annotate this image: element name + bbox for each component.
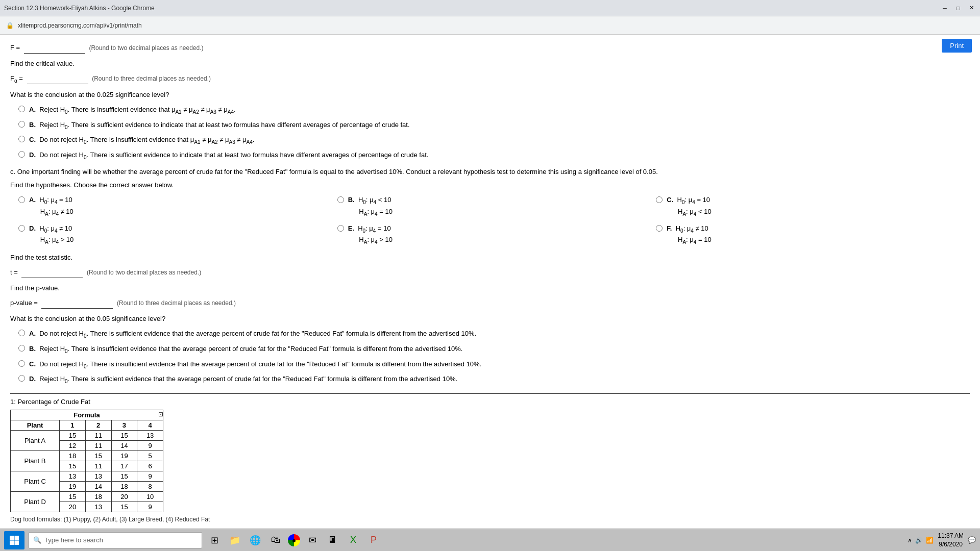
hyp-text-b: B. H0: μ4 < 10 HA: μ4 = 10	[348, 195, 393, 218]
plant-d-label: Plant D	[11, 491, 60, 512]
f-label: F =	[10, 44, 22, 52]
cell-c3-r1: 15	[111, 471, 137, 481]
hyp-radio-b[interactable]	[337, 196, 344, 203]
col-header-4: 4	[137, 420, 163, 430]
cell-d2-r1: 18	[85, 491, 111, 502]
system-tray: ∧ 🔊 📶 11:37 AM 9/6/2020 💬	[908, 532, 976, 549]
conclusion-005-option-d: D. Reject H0. There is sufficient eviden…	[18, 374, 970, 385]
cell-b4-r1: 5	[137, 450, 163, 461]
system-clock[interactable]: 11:37 AM 9/6/2020	[938, 532, 964, 549]
conclusion-005-label-d: D. Reject H0. There is sufficient eviden…	[29, 374, 457, 385]
cell-c3-r2: 18	[111, 481, 137, 491]
conclusion-025-radio-a[interactable]	[18, 106, 25, 112]
excel-button[interactable]: X	[345, 531, 361, 549]
cell-a1-r1: 15	[60, 430, 86, 440]
col-header-3: 3	[111, 420, 137, 430]
conclusion-005-question: What is the conclusion at the 0.05 signi…	[10, 314, 970, 324]
task-view-button[interactable]: ⊞	[206, 531, 223, 549]
hyp-option-e: E. H0: μ4 = 10 HA: μ4 > 10	[337, 223, 651, 246]
hyp-radio-f[interactable]	[656, 225, 663, 232]
powerpoint-button[interactable]: P	[365, 531, 382, 549]
conclusion-005-options: A. Do not reject H0. There is sufficient…	[18, 329, 970, 385]
cell-d1-r2: 20	[60, 502, 86, 512]
table-section-label: 1: Percentage of Crude Fat	[10, 398, 970, 406]
conclusion-005-radio-b[interactable]	[18, 345, 25, 352]
mail-button[interactable]: ✉	[304, 531, 321, 549]
hyp-text-e: E. H0: μ4 = 10 HA: μ4 > 10	[348, 223, 393, 246]
conclusion-025-radio-c[interactable]	[18, 136, 25, 142]
cell-a2-r1: 11	[85, 430, 111, 440]
conclusion-005-radio-a[interactable]	[18, 330, 25, 336]
window-controls[interactable]: ─ □ ✕	[940, 4, 976, 13]
conclusion-005-option-a: A. Do not reject H0. There is sufficient…	[18, 329, 970, 340]
taskbar: 🔍 Type here to search ⊞ 📁 🌐 🛍 ● ✉ 🖩 X P …	[0, 529, 980, 551]
conclusion-005-radio-c[interactable]	[18, 360, 25, 367]
table-section: 1: Percentage of Crude Fat ⊡ Formula Pla…	[10, 393, 970, 523]
maximize-button[interactable]: □	[953, 4, 963, 13]
collapse-icon[interactable]: ⊡	[158, 411, 163, 418]
close-button[interactable]: ✕	[967, 4, 976, 13]
conclusion-025-question: What is the conclusion at the 0.025 sign…	[10, 90, 970, 100]
cell-d3-r1: 20	[111, 491, 137, 502]
hyp-radio-d[interactable]	[18, 225, 25, 232]
hypothesis-options-grid: A. H0: μ4 = 10 HA: μ4 ≠ 10 B. H0: μ4 < 1…	[18, 195, 970, 246]
table-footnote: Dog food formulas: (1) Puppy, (2) Adult,…	[10, 516, 970, 523]
table-row: Plant D 15 18 20 10	[11, 491, 163, 502]
cell-a4-r2: 9	[137, 440, 163, 450]
t-label: t =	[10, 268, 19, 276]
plant-col-header: Plant	[11, 420, 60, 430]
conclusion-025-option-d: D. Do not reject H0. There is sufficient…	[18, 150, 970, 161]
minimize-button[interactable]: ─	[940, 4, 949, 13]
fa-label: Fα =	[10, 74, 25, 82]
edge-button[interactable]: 🌐	[247, 531, 263, 549]
fa-hint: (Round to three decimal places as needed…	[92, 75, 211, 82]
cell-c2-r1: 13	[85, 471, 111, 481]
conclusion-025-label-a: A. Reject H0. There is insufficient evid…	[29, 105, 236, 116]
conclusion-025-radio-b[interactable]	[18, 121, 25, 128]
taskbar-search-box[interactable]: 🔍 Type here to search	[29, 532, 202, 548]
pvalue-input[interactable]	[41, 298, 113, 309]
start-button[interactable]	[4, 531, 24, 549]
part-c-intro: c. One important finding will be whether…	[10, 167, 970, 177]
taskbar-icons: ⊞ 📁 🌐 🛍 ● ✉ 🖩 X P	[206, 531, 382, 549]
hyp-radio-a[interactable]	[18, 196, 25, 203]
table-row: Plant B 18 15 19 5	[11, 450, 163, 461]
f-input[interactable]	[24, 43, 85, 54]
cell-d4-r2: 9	[137, 502, 163, 512]
cell-b2-r1: 15	[85, 450, 111, 461]
find-critical-value-label: Find the critical value.	[10, 59, 970, 69]
calc-button[interactable]: 🖩	[325, 531, 341, 549]
cell-b3-r2: 17	[111, 461, 137, 471]
conclusion-025-radio-d[interactable]	[18, 151, 25, 158]
search-placeholder-text: Type here to search	[44, 536, 103, 544]
conclusion-005-label-a: A. Do not reject H0. There is sufficient…	[29, 329, 476, 340]
plant-c-label: Plant C	[11, 471, 60, 491]
cell-c4-r1: 9	[137, 471, 163, 481]
cell-d4-r1: 10	[137, 491, 163, 502]
clock-time: 11:37 AM	[938, 532, 964, 540]
chevron-up-icon[interactable]: ∧	[908, 537, 912, 544]
hyp-radio-e[interactable]	[337, 225, 344, 232]
fa-input[interactable]	[27, 73, 88, 84]
conclusion-025-option-b: B. Reject H0. There is sufficient eviden…	[18, 120, 970, 131]
store-button[interactable]: 🛍	[267, 531, 284, 549]
chrome-button[interactable]: ●	[288, 534, 300, 546]
network-icon[interactable]: 🔊	[915, 537, 923, 544]
conclusion-025-option-c: C. Do not reject H0. There is insufficie…	[18, 135, 970, 146]
url-text[interactable]: xlitemprod.pearsoncmg.com/api/v1/print/m…	[18, 22, 974, 29]
conclusion-005-label-b: B. Reject H0. There is insufficient evid…	[29, 344, 462, 355]
conclusion-005-radio-d[interactable]	[18, 375, 25, 382]
conclusion-005-label-c: C. Do not reject H0. There is insufficie…	[29, 359, 481, 370]
address-bar: 🔒 xlitemprod.pearsoncmg.com/api/v1/print…	[0, 16, 980, 35]
t-hint: (Round to two decimal places as needed.)	[87, 269, 201, 276]
notification-icon[interactable]: 💬	[968, 536, 976, 544]
table-row: Plant C 13 13 15 9	[11, 471, 163, 481]
t-input[interactable]	[21, 267, 83, 278]
svg-rect-0	[10, 536, 14, 540]
file-explorer-button[interactable]: 📁	[227, 531, 243, 549]
hyp-radio-c[interactable]	[656, 196, 663, 203]
volume-icon[interactable]: 📶	[926, 537, 934, 544]
print-button[interactable]: Print	[942, 39, 972, 53]
svg-rect-1	[15, 536, 19, 540]
browser-title: Section 12.3 Homework-Eliyah Atkins - Go…	[4, 5, 940, 12]
